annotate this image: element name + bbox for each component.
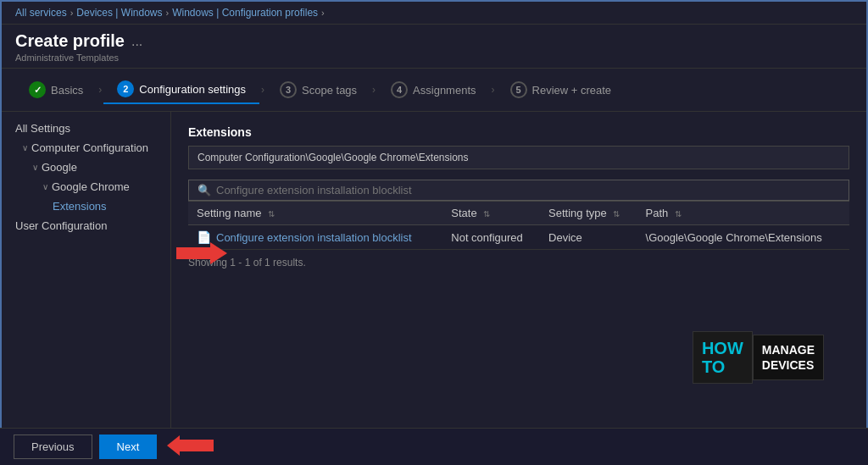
breadcrumb-bar: All services › Devices | Windows › Windo… bbox=[2, 2, 866, 25]
results-table: Setting name ⇅ State ⇅ Setting type ⇅ bbox=[188, 201, 849, 250]
chevron-google-chrome: ∨ bbox=[42, 182, 48, 191]
arrow-left-indicator bbox=[167, 435, 214, 459]
tab-basics[interactable]: ✓ Basics bbox=[15, 76, 97, 103]
breadcrumb-config-profiles[interactable]: Windows | Configuration profiles bbox=[172, 7, 318, 19]
svg-marker-0 bbox=[176, 242, 227, 264]
tab-scope[interactable]: 3 Scope tags bbox=[266, 76, 370, 103]
sidebar-label-google-chrome: Google Chrome bbox=[52, 180, 130, 193]
watermark: HOW TO MANAGE DEVICES bbox=[693, 331, 824, 384]
sort-path-icon: ⇅ bbox=[675, 209, 682, 219]
watermark-manage-text: MANAGE DEVICES bbox=[762, 342, 815, 373]
header-subtitle: Administrative Templates bbox=[15, 53, 853, 63]
tab-review-label: Review + create bbox=[532, 84, 612, 97]
svg-marker-1 bbox=[167, 435, 214, 456]
sidebar-item-computer-config[interactable]: ∨ Computer Configuration bbox=[2, 138, 170, 158]
search-icon: 🔍 bbox=[198, 184, 211, 197]
content-panel: Extensions Computer Configuration\Google… bbox=[171, 112, 866, 282]
tab-scope-label: Scope tags bbox=[302, 84, 357, 97]
cell-state: Not configured bbox=[442, 225, 540, 250]
page-header: Create profile ... Administrative Templa… bbox=[2, 25, 866, 69]
tab-assignments-label: Assignments bbox=[413, 84, 476, 97]
content-breadcrumb-path: Computer Configuration\Google\Google Chr… bbox=[188, 146, 849, 169]
sort-setting-name-icon: ⇅ bbox=[268, 209, 275, 219]
sidebar: All Settings ∨ Computer Configuration ∨ … bbox=[2, 112, 171, 435]
tab-review[interactable]: 5 Review + create bbox=[497, 76, 626, 103]
cell-setting-type: Device bbox=[540, 225, 637, 250]
sidebar-label-user-config: User Configuration bbox=[15, 219, 107, 232]
search-input[interactable] bbox=[216, 184, 840, 197]
page-title: Create profile bbox=[15, 31, 125, 51]
cell-path: \Google\Google Chrome\Extensions bbox=[637, 225, 849, 250]
footer: Previous Next bbox=[0, 428, 868, 465]
watermark-how-text: HOW TO bbox=[702, 339, 743, 376]
table-row[interactable]: 📄 Configure extension installation block… bbox=[188, 225, 849, 250]
next-button[interactable]: Next bbox=[99, 435, 158, 459]
sidebar-item-extensions[interactable]: Extensions bbox=[2, 197, 170, 216]
breadcrumb-devices-windows[interactable]: Devices | Windows bbox=[76, 7, 162, 19]
col-path[interactable]: Path ⇅ bbox=[637, 202, 849, 225]
tab-assignments-circle: 4 bbox=[391, 81, 408, 98]
sidebar-label-all-settings: All Settings bbox=[15, 122, 70, 135]
table-header-row: Setting name ⇅ State ⇅ Setting type ⇅ bbox=[188, 202, 849, 225]
col-setting-type[interactable]: Setting type ⇅ bbox=[540, 202, 637, 225]
sidebar-item-google[interactable]: ∨ Google bbox=[2, 158, 170, 177]
main-content: All Settings ∨ Computer Configuration ∨ … bbox=[2, 112, 866, 435]
tab-assignments[interactable]: 4 Assignments bbox=[377, 76, 489, 103]
search-box: 🔍 bbox=[188, 180, 849, 201]
tab-basics-circle: ✓ bbox=[29, 81, 46, 98]
tab-configuration-label: Configuration settings bbox=[139, 83, 246, 96]
wizard-tabs: ✓ Basics › 2 Configuration settings › 3 … bbox=[2, 69, 866, 112]
sort-setting-type-icon: ⇅ bbox=[613, 209, 620, 219]
sidebar-item-all-settings[interactable]: All Settings bbox=[2, 119, 170, 138]
header-ellipsis[interactable]: ... bbox=[131, 34, 142, 49]
sidebar-label-computer-config: Computer Configuration bbox=[31, 141, 148, 154]
results-count: Showing 1 - 1 of 1 results. bbox=[188, 257, 849, 268]
col-setting-name[interactable]: Setting name ⇅ bbox=[188, 202, 442, 225]
chevron-computer-config: ∨ bbox=[22, 143, 28, 152]
section-title: Extensions bbox=[188, 125, 849, 139]
tab-configuration-circle: 2 bbox=[117, 80, 134, 97]
tab-scope-circle: 3 bbox=[280, 81, 297, 98]
sidebar-item-google-chrome[interactable]: ∨ Google Chrome bbox=[2, 177, 170, 197]
tab-configuration[interactable]: 2 Configuration settings bbox=[103, 75, 259, 104]
sidebar-item-user-config[interactable]: User Configuration bbox=[2, 216, 170, 235]
breadcrumb-all-services[interactable]: All services bbox=[15, 7, 67, 19]
sidebar-label-extensions: Extensions bbox=[53, 200, 107, 213]
chevron-google: ∨ bbox=[32, 163, 38, 172]
tab-review-circle: 5 bbox=[510, 81, 527, 98]
tab-basics-label: Basics bbox=[51, 84, 83, 97]
arrow-right-indicator bbox=[176, 241, 227, 268]
sort-state-icon: ⇅ bbox=[483, 209, 490, 219]
sidebar-label-google: Google bbox=[42, 161, 77, 174]
previous-button[interactable]: Previous bbox=[14, 435, 92, 459]
col-state[interactable]: State ⇅ bbox=[442, 202, 540, 225]
